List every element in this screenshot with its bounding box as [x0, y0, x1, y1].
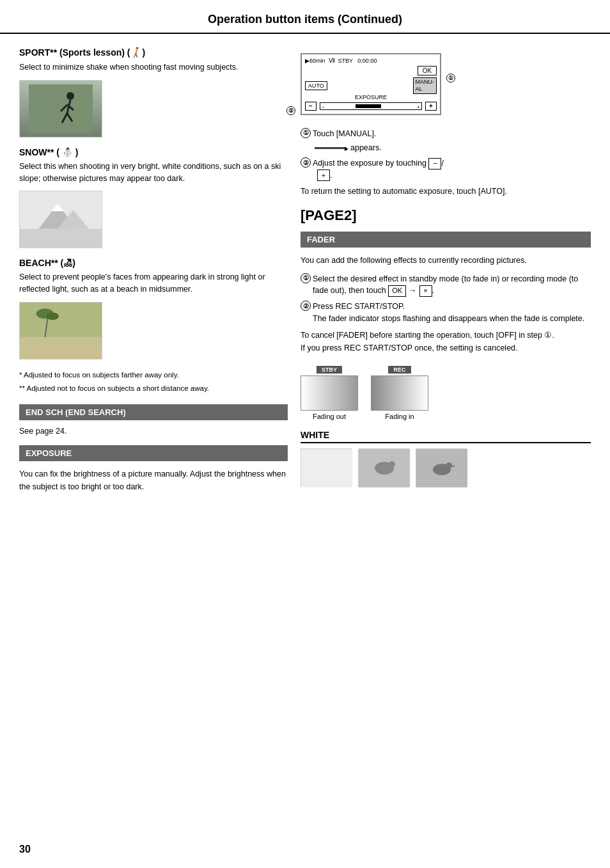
step-1: ① Touch [MANUAL].	[301, 128, 591, 140]
exp-minus-indicator: −	[305, 102, 317, 111]
fading-in-screen	[371, 375, 428, 411]
svg-point-1	[66, 92, 74, 100]
snow-section: SNOW** ( ⛄ ) Select this when shooting i…	[19, 147, 288, 249]
beach-section: BEACH** (🏖) Select to prevent people's f…	[19, 258, 288, 359]
beach-desc: Select to prevent people's faces from ap…	[19, 271, 288, 296]
exposure-section: EXPOSURE You can fix the brightness of a…	[19, 445, 288, 493]
svg-point-16	[46, 312, 59, 320]
white-title: WHITE	[301, 430, 591, 443]
cam-ok: OK	[418, 66, 437, 75]
fader-step-2-num: ②	[301, 301, 311, 311]
appears-line: ► appears.	[315, 143, 591, 152]
exposure-bar: EXPOSURE	[19, 445, 288, 461]
fading-in-box: REC Fading in	[371, 364, 428, 420]
footnote-1: * Adjusted to focus on subjects farther …	[19, 369, 288, 381]
cam-top-bar: ▶60min Ⅶ STBY 0:00:00	[305, 58, 437, 64]
snow-title: SNOW** ( ⛄ )	[19, 147, 288, 157]
fading-ui: STBY Fading out REC Fading in	[301, 364, 591, 420]
see-page: See page 24.	[19, 427, 288, 436]
exp-label: EXPOSURE	[305, 94, 437, 100]
circle-2-marker: ②	[286, 105, 295, 115]
plus-btn[interactable]: +	[317, 170, 330, 181]
white-img-1	[301, 448, 352, 487]
auto-return-text: To return the setting to automatic expos…	[301, 185, 591, 198]
svg-rect-8	[20, 229, 102, 248]
fader-step-2: ② Press REC START/STOP. The fader indica…	[301, 301, 591, 325]
rec-label: REC	[388, 366, 411, 374]
fader-bar: FADER	[301, 232, 591, 248]
fader-step-1-text: Select the desired effect in standby mod…	[313, 273, 591, 297]
stby-label: STBY	[317, 366, 342, 374]
fader-x-btn[interactable]: ×	[419, 285, 432, 297]
camera-diagram: ▶60min Ⅶ STBY 0:00:00 OK AUTO MANU-AL EX…	[301, 50, 441, 122]
svg-point-20	[389, 461, 395, 468]
circle-1-marker: ①	[446, 72, 455, 83]
white-img-2	[358, 448, 409, 487]
left-column: SPORT** (Sports lesson) (🚶) Select to mi…	[19, 47, 288, 500]
fading-in-label: Fading in	[371, 413, 428, 420]
svg-rect-13	[20, 337, 102, 359]
page2-heading: [PAGE2]	[301, 207, 591, 224]
exp-bar-row: − −+ +	[305, 102, 437, 111]
fading-out-box: STBY Fading out	[301, 364, 358, 420]
sport-image	[19, 80, 102, 138]
snow-image	[19, 191, 102, 248]
fader-step-1-num: ①	[301, 273, 311, 283]
beach-image	[19, 302, 102, 359]
end-search-section: END SCH (END SEARCH) See page 24.	[19, 404, 288, 436]
white-img-3	[416, 448, 467, 487]
footnotes: * Adjusted to focus on subjects farther …	[19, 369, 288, 395]
step-1-num: ①	[301, 128, 311, 138]
page-header: Operation button items (Continued)	[0, 0, 610, 34]
svg-rect-17	[301, 449, 352, 487]
right-column: ▶60min Ⅶ STBY 0:00:00 OK AUTO MANU-AL EX…	[301, 47, 591, 500]
sport-section: SPORT** (Sports lesson) (🚶) Select to mi…	[19, 47, 288, 138]
cam-auto: AUTO	[305, 81, 327, 90]
minus-btn[interactable]: −	[428, 158, 441, 170]
step-2-text: Adjust the exposure by touching −/ +.	[313, 157, 591, 182]
exposure-desc: You can fix the brightness of a picture …	[19, 468, 288, 493]
step-2-num: ②	[301, 157, 311, 168]
step-1-text: Touch [MANUAL].	[313, 128, 591, 140]
sport-desc: Select to minimize shake when shooting f…	[19, 61, 288, 74]
fader-step-2-text: Press REC START/STOP. The fader indicato…	[313, 301, 591, 325]
fader-step-1: ① Select the desired effect in standby m…	[301, 273, 591, 297]
white-images	[301, 448, 591, 487]
exp-plus-indicator: +	[425, 102, 437, 111]
cam-manu: MANU-AL	[413, 77, 437, 94]
svg-point-23	[446, 462, 452, 469]
sport-title: SPORT** (Sports lesson) (🚶)	[19, 47, 288, 58]
end-search-bar: END SCH (END SEARCH)	[19, 404, 288, 420]
footnote-2: ** Adjusted not to focus on subjects a s…	[19, 383, 288, 394]
fader-desc: You can add the following effects to cur…	[301, 254, 591, 267]
fader-ok-btn[interactable]: OK	[388, 285, 406, 297]
page-number: 30	[19, 844, 31, 855]
step-2: ② Adjust the exposure by touching −/ +.	[301, 157, 591, 182]
white-section: WHITE	[301, 430, 591, 487]
fader-cancel-text: To cancel [FADER] before starting the op…	[301, 329, 591, 354]
fading-out-screen	[301, 375, 358, 411]
snow-desc: Select this when shooting in very bright…	[19, 161, 288, 185]
fading-out-label: Fading out	[301, 413, 358, 420]
beach-title: BEACH** (🏖)	[19, 258, 288, 268]
svg-rect-0	[29, 84, 93, 132]
